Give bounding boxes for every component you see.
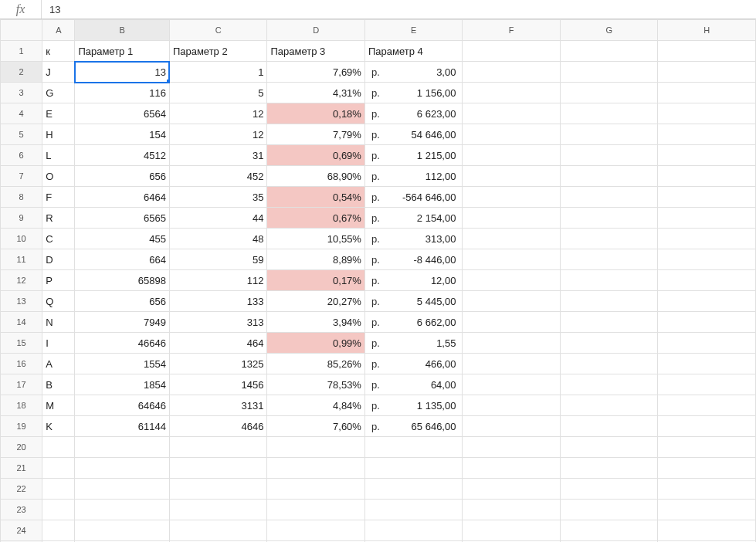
cell-H2[interactable] bbox=[658, 62, 756, 83]
cell-A22[interactable] bbox=[42, 479, 75, 500]
cell-E5[interactable]: р.54 646,00 bbox=[364, 124, 463, 145]
cell-H5[interactable] bbox=[658, 124, 756, 145]
cell-C8[interactable]: 35 bbox=[169, 187, 267, 208]
row-header-13[interactable]: 13 bbox=[1, 291, 42, 312]
formula-input[interactable] bbox=[42, 0, 756, 19]
row-header-16[interactable]: 16 bbox=[1, 354, 42, 374]
cell-H9[interactable] bbox=[658, 208, 756, 229]
row-header-10[interactable]: 10 bbox=[1, 229, 42, 249]
cell-E19[interactable]: р.65 646,00 bbox=[364, 416, 463, 437]
cell-A8[interactable]: F bbox=[42, 187, 75, 208]
cell-A5[interactable]: H bbox=[42, 124, 75, 145]
cell-F1[interactable] bbox=[463, 41, 561, 62]
cell-E6[interactable]: р.1 215,00 bbox=[364, 145, 463, 166]
cell-D4[interactable]: 0,18% bbox=[267, 103, 365, 124]
cell-H17[interactable] bbox=[658, 374, 756, 395]
cell-H1[interactable] bbox=[658, 41, 756, 62]
cell-E8[interactable]: р.-564 646,00 bbox=[364, 187, 463, 208]
cell-A16[interactable]: A bbox=[42, 354, 75, 374]
cell-E15[interactable]: р.1,55 bbox=[364, 333, 463, 354]
cell-H14[interactable] bbox=[658, 312, 756, 333]
cell-C13[interactable]: 133 bbox=[169, 291, 267, 312]
cell-E1[interactable]: Параметр 4 bbox=[364, 41, 463, 62]
cell-E23[interactable] bbox=[364, 500, 463, 520]
cell-E22[interactable] bbox=[364, 479, 463, 500]
cell-B23[interactable] bbox=[75, 500, 170, 520]
cell-B12[interactable]: 65898 bbox=[75, 270, 170, 291]
cell-F17[interactable] bbox=[463, 374, 561, 395]
cell-G16[interactable] bbox=[560, 354, 658, 374]
cell-D9[interactable]: 0,67% bbox=[267, 208, 365, 229]
cell-C4[interactable]: 12 bbox=[169, 103, 267, 124]
cell-B20[interactable] bbox=[75, 437, 170, 458]
cell-G13[interactable] bbox=[560, 291, 658, 312]
cell-C21[interactable] bbox=[169, 458, 267, 479]
row-header-17[interactable]: 17 bbox=[1, 374, 42, 395]
cell-E12[interactable]: р.12,00 bbox=[364, 270, 463, 291]
row-header-12[interactable]: 12 bbox=[1, 270, 42, 291]
cell-G2[interactable] bbox=[560, 62, 658, 83]
cell-D12[interactable]: 0,17% bbox=[267, 270, 365, 291]
cell-G7[interactable] bbox=[560, 166, 658, 187]
cell-F12[interactable] bbox=[463, 270, 561, 291]
cell-B21[interactable] bbox=[75, 458, 170, 479]
cell-H16[interactable] bbox=[658, 354, 756, 374]
cell-F15[interactable] bbox=[463, 333, 561, 354]
cell-E4[interactable]: р.6 623,00 bbox=[364, 103, 463, 124]
cell-H7[interactable] bbox=[658, 166, 756, 187]
cell-G15[interactable] bbox=[560, 333, 658, 354]
col-header-C[interactable]: C bbox=[169, 20, 267, 41]
cell-B10[interactable]: 455 bbox=[75, 229, 170, 249]
cell-C1[interactable]: Параметр 2 bbox=[169, 41, 267, 62]
cell-G9[interactable] bbox=[560, 208, 658, 229]
cell-F22[interactable] bbox=[463, 479, 561, 500]
cell-C6[interactable]: 31 bbox=[169, 145, 267, 166]
row-header-19[interactable]: 19 bbox=[1, 416, 42, 437]
cell-F14[interactable] bbox=[463, 312, 561, 333]
cell-E21[interactable] bbox=[364, 458, 463, 479]
cell-D1[interactable]: Параметр 3 bbox=[267, 41, 365, 62]
row-header-24[interactable]: 24 bbox=[1, 520, 42, 541]
cell-C12[interactable]: 112 bbox=[169, 270, 267, 291]
cell-G11[interactable] bbox=[560, 249, 658, 270]
cell-A17[interactable]: B bbox=[42, 374, 75, 395]
cell-A4[interactable]: E bbox=[42, 103, 75, 124]
cell-F18[interactable] bbox=[463, 395, 561, 416]
cell-C10[interactable]: 48 bbox=[169, 229, 267, 249]
cell-C9[interactable]: 44 bbox=[169, 208, 267, 229]
cell-E7[interactable]: р.112,00 bbox=[364, 166, 463, 187]
cell-H8[interactable] bbox=[658, 187, 756, 208]
cell-D16[interactable]: 85,26% bbox=[267, 354, 365, 374]
row-header-23[interactable]: 23 bbox=[1, 500, 42, 520]
cell-C23[interactable] bbox=[169, 500, 267, 520]
cell-B14[interactable]: 7949 bbox=[75, 312, 170, 333]
cell-E11[interactable]: р.-8 446,00 bbox=[364, 249, 463, 270]
row-header-21[interactable]: 21 bbox=[1, 458, 42, 479]
row-header-20[interactable]: 20 bbox=[1, 437, 42, 458]
col-header-E[interactable]: E bbox=[364, 20, 463, 41]
cell-A7[interactable]: O bbox=[42, 166, 75, 187]
row-header-22[interactable]: 22 bbox=[1, 479, 42, 500]
cell-G4[interactable] bbox=[560, 103, 658, 124]
cell-E14[interactable]: р.6 662,00 bbox=[364, 312, 463, 333]
cell-A12[interactable]: P bbox=[42, 270, 75, 291]
cell-D15[interactable]: 0,99% bbox=[267, 333, 365, 354]
cell-C15[interactable]: 464 bbox=[169, 333, 267, 354]
cell-D23[interactable] bbox=[267, 500, 365, 520]
cell-A23[interactable] bbox=[42, 500, 75, 520]
cell-D14[interactable]: 3,94% bbox=[267, 312, 365, 333]
cell-C14[interactable]: 313 bbox=[169, 312, 267, 333]
cell-C5[interactable]: 12 bbox=[169, 124, 267, 145]
row-header-1[interactable]: 1 bbox=[1, 41, 42, 62]
cell-A2[interactable]: J bbox=[42, 62, 75, 83]
cell-F4[interactable] bbox=[463, 103, 561, 124]
cell-D24[interactable] bbox=[267, 520, 365, 541]
cell-A9[interactable]: R bbox=[42, 208, 75, 229]
cell-G14[interactable] bbox=[560, 312, 658, 333]
cell-D17[interactable]: 78,53% bbox=[267, 374, 365, 395]
cell-B8[interactable]: 6464 bbox=[75, 187, 170, 208]
cell-F11[interactable] bbox=[463, 249, 561, 270]
cell-G24[interactable] bbox=[560, 520, 658, 541]
row-header-5[interactable]: 5 bbox=[1, 124, 42, 145]
cell-F13[interactable] bbox=[463, 291, 561, 312]
